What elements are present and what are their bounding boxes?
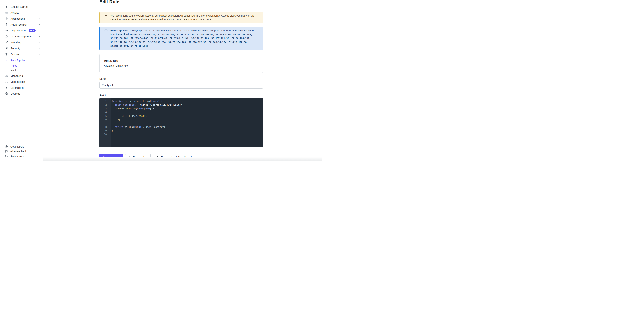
line-number: 7 [99, 122, 110, 125]
heads-up-label: Heads up! [110, 29, 122, 32]
text-cursor [112, 133, 112, 135]
sidebar-nav: Getting StartedActivityApplicationsAuthe… [0, 0, 43, 97]
sidebar-item-actions[interactable]: Actions [0, 51, 43, 57]
bar-chart-icon [5, 74, 8, 78]
sidebar-footer-item-switch-back[interactable]: Switch back [0, 154, 43, 159]
chevron-right-icon [38, 53, 40, 55]
info-icon [104, 29, 108, 34]
sidebar-item-label: Auth Pipeline [10, 59, 26, 62]
line-number: 1 [99, 100, 110, 103]
line-number: 6 [99, 118, 110, 122]
sidebar-item-label: Applications [10, 17, 25, 20]
activity-icon [5, 11, 8, 15]
empty-rule-template-card[interactable]: Empty rule Create an empty rule [99, 54, 263, 73]
content-column: Edit Rule We recommend you to explore Ac… [43, 0, 263, 160]
actions-recommendation-banner: We recommend you to explore Actions, our… [99, 12, 263, 23]
sidebar-footer-item-give-feedback[interactable]: Give feedback [0, 149, 43, 154]
sidebar-item-extensions[interactable]: Extensions [0, 85, 43, 91]
comment-icon [5, 150, 8, 153]
brush-icon [5, 41, 8, 44]
script-code-editor[interactable]: 12345678910 function (user, context, cal… [99, 98, 263, 147]
sidebar-item-label: User Management [10, 35, 32, 38]
sidebar-item-label: Getting Started [10, 6, 28, 8]
line-number: 4 [99, 110, 110, 114]
main-content: Edit Rule We recommend you to explore Ac… [43, 0, 322, 161]
line-number: 8 [99, 125, 110, 129]
sidebar-footer-label: Switch back [10, 155, 24, 158]
chevron-down-icon [38, 59, 40, 61]
sidebar-footer-label: Give feedback [10, 150, 26, 153]
sidebar-item-monitoring[interactable]: Monitoring [0, 73, 43, 79]
code-line: } [112, 129, 263, 133]
sidebar-item-label: Settings [10, 92, 20, 95]
chevron-right-icon [38, 75, 40, 77]
organization-icon [5, 29, 8, 32]
sidebar-item-applications[interactable]: Applications [0, 16, 43, 22]
sidebar-footer: Get supportGive feedbackSwitch back [0, 144, 43, 161]
sidebar-item-marketplace[interactable]: Marketplace [0, 79, 43, 85]
info-banner-text: Heads up! If you are trying to access a … [110, 29, 260, 48]
sidebar-item-label: Branding [10, 41, 21, 44]
sidebar-item-security[interactable]: Security [0, 45, 43, 51]
line-number: 9 [99, 129, 110, 133]
code-line: const namespace = "https://dgraph.io/jwt… [112, 103, 263, 107]
script-label: Script [99, 94, 263, 97]
gear-icon [5, 92, 8, 95]
applications-icon [5, 17, 8, 20]
warning-banner-text: We recommend you to explore Actions, our… [110, 14, 260, 22]
flow-icon [5, 53, 8, 56]
sidebar-item-label: Actions [10, 53, 19, 56]
sidebar-item-label: Extensions [10, 86, 24, 89]
sidebar-item-label: Rules [10, 64, 17, 67]
code-line: return callback(null, user, context); [112, 125, 263, 129]
sidebar-item-label: Monitoring [10, 75, 23, 77]
code-line [112, 122, 263, 125]
chevron-right-icon [38, 36, 40, 38]
sidebar-item-organizations[interactable]: OrganizationsNEW [0, 28, 43, 34]
name-label: Name [99, 77, 263, 80]
chevron-right-icon [38, 41, 40, 43]
chevron-right-icon [38, 24, 40, 26]
sidebar-item-auth-pipeline[interactable]: Auth Pipeline [0, 57, 43, 63]
sidebar-footer-label: Get support [10, 145, 24, 148]
editor-code-area[interactable]: function (user, context, callback) { con… [110, 98, 263, 147]
chevron-right-icon [38, 18, 40, 20]
sidebar-item-label: Activity [10, 11, 19, 14]
sidebar-item-activity[interactable]: Activity [0, 10, 43, 16]
warning-icon [104, 14, 108, 19]
sidebar-item-label: Hooks [10, 69, 18, 72]
new-badge: NEW [28, 29, 36, 32]
sidebar-item-label: Security [10, 47, 20, 50]
learn-more-about-actions-link[interactable]: Learn more about Actions [182, 18, 211, 21]
chevron-right-icon [38, 47, 40, 49]
chip-icon [5, 86, 8, 89]
line-number: 5 [99, 114, 110, 118]
sidebar-item-user-management[interactable]: User Management [0, 34, 43, 39]
sidebar-item-hooks[interactable]: Hooks [0, 68, 43, 73]
sidebar-item-getting-started[interactable]: Getting Started [0, 4, 43, 10]
lock-icon [5, 23, 8, 26]
actions-link[interactable]: Actions [173, 18, 181, 21]
sidebar-footer-item-get-support[interactable]: Get support [0, 144, 43, 149]
sidebar-item-label: Authentication [10, 23, 27, 26]
shield-check-icon [5, 47, 8, 50]
help-circle-icon [5, 145, 8, 148]
page-bottom-edge [43, 157, 322, 161]
sidebar-item-label: Organizations [10, 29, 27, 32]
app-window: Getting StartedActivityApplicationsAuthe… [0, 0, 322, 161]
undo-icon [5, 155, 8, 158]
lightning-icon [5, 5, 8, 9]
sidebar-item-settings[interactable]: Settings [0, 91, 43, 97]
rule-name-input[interactable] [99, 82, 263, 89]
sidebar-item-branding[interactable]: Branding [0, 39, 43, 45]
line-number: 2 [99, 103, 110, 107]
pipeline-icon [5, 59, 8, 62]
sidebar-item-authentication[interactable]: Authentication [0, 22, 43, 28]
rule-template-title: Empty rule [104, 59, 258, 62]
code-line [112, 133, 263, 136]
sidebar: Getting StartedActivityApplicationsAuthe… [0, 0, 43, 161]
page-title: Edit Rule [99, 0, 263, 5]
sidebar-item-rules[interactable]: Rules [0, 63, 43, 68]
user-gear-icon [5, 35, 8, 38]
line-number: 3 [99, 107, 110, 111]
